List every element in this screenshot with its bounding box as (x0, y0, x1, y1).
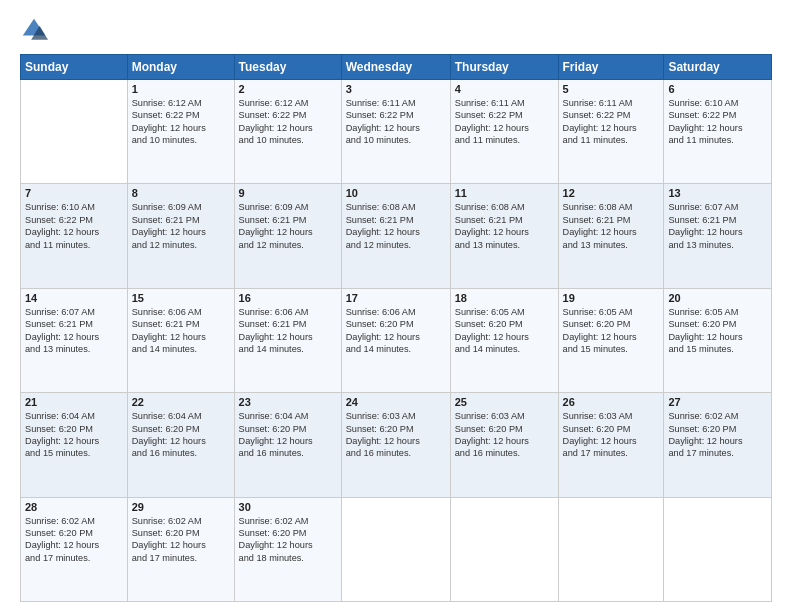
day-number: 19 (563, 292, 660, 304)
day-cell: 19Sunrise: 6:05 AM Sunset: 6:20 PM Dayli… (558, 288, 664, 392)
day-info: Sunrise: 6:08 AM Sunset: 6:21 PM Dayligh… (346, 201, 446, 251)
calendar-table: SundayMondayTuesdayWednesdayThursdayFrid… (20, 54, 772, 602)
day-cell (664, 497, 772, 601)
day-info: Sunrise: 6:07 AM Sunset: 6:21 PM Dayligh… (668, 201, 767, 251)
day-number: 1 (132, 83, 230, 95)
weekday-header-friday: Friday (558, 55, 664, 80)
day-number: 15 (132, 292, 230, 304)
day-number: 22 (132, 396, 230, 408)
day-number: 3 (346, 83, 446, 95)
day-cell: 10Sunrise: 6:08 AM Sunset: 6:21 PM Dayli… (341, 184, 450, 288)
day-cell: 23Sunrise: 6:04 AM Sunset: 6:20 PM Dayli… (234, 393, 341, 497)
day-cell: 11Sunrise: 6:08 AM Sunset: 6:21 PM Dayli… (450, 184, 558, 288)
week-row-2: 14Sunrise: 6:07 AM Sunset: 6:21 PM Dayli… (21, 288, 772, 392)
day-number: 29 (132, 501, 230, 513)
logo-icon (20, 16, 48, 44)
day-cell: 7Sunrise: 6:10 AM Sunset: 6:22 PM Daylig… (21, 184, 128, 288)
day-cell: 22Sunrise: 6:04 AM Sunset: 6:20 PM Dayli… (127, 393, 234, 497)
weekday-header-tuesday: Tuesday (234, 55, 341, 80)
day-info: Sunrise: 6:08 AM Sunset: 6:21 PM Dayligh… (455, 201, 554, 251)
day-info: Sunrise: 6:10 AM Sunset: 6:22 PM Dayligh… (668, 97, 767, 147)
day-info: Sunrise: 6:05 AM Sunset: 6:20 PM Dayligh… (455, 306, 554, 356)
day-number: 5 (563, 83, 660, 95)
day-info: Sunrise: 6:06 AM Sunset: 6:21 PM Dayligh… (239, 306, 337, 356)
day-cell: 17Sunrise: 6:06 AM Sunset: 6:20 PM Dayli… (341, 288, 450, 392)
day-info: Sunrise: 6:04 AM Sunset: 6:20 PM Dayligh… (132, 410, 230, 460)
day-number: 9 (239, 187, 337, 199)
day-info: Sunrise: 6:03 AM Sunset: 6:20 PM Dayligh… (563, 410, 660, 460)
day-cell: 30Sunrise: 6:02 AM Sunset: 6:20 PM Dayli… (234, 497, 341, 601)
day-info: Sunrise: 6:06 AM Sunset: 6:20 PM Dayligh… (346, 306, 446, 356)
day-info: Sunrise: 6:11 AM Sunset: 6:22 PM Dayligh… (455, 97, 554, 147)
day-cell: 26Sunrise: 6:03 AM Sunset: 6:20 PM Dayli… (558, 393, 664, 497)
page: SundayMondayTuesdayWednesdayThursdayFrid… (0, 0, 792, 612)
day-cell: 15Sunrise: 6:06 AM Sunset: 6:21 PM Dayli… (127, 288, 234, 392)
calendar-header: SundayMondayTuesdayWednesdayThursdayFrid… (21, 55, 772, 80)
day-number: 20 (668, 292, 767, 304)
day-number: 13 (668, 187, 767, 199)
day-number: 27 (668, 396, 767, 408)
day-info: Sunrise: 6:05 AM Sunset: 6:20 PM Dayligh… (563, 306, 660, 356)
day-info: Sunrise: 6:10 AM Sunset: 6:22 PM Dayligh… (25, 201, 123, 251)
weekday-header-thursday: Thursday (450, 55, 558, 80)
day-cell (21, 80, 128, 184)
day-info: Sunrise: 6:06 AM Sunset: 6:21 PM Dayligh… (132, 306, 230, 356)
day-cell: 8Sunrise: 6:09 AM Sunset: 6:21 PM Daylig… (127, 184, 234, 288)
week-row-1: 7Sunrise: 6:10 AM Sunset: 6:22 PM Daylig… (21, 184, 772, 288)
calendar-body: 1Sunrise: 6:12 AM Sunset: 6:22 PM Daylig… (21, 80, 772, 602)
day-number: 14 (25, 292, 123, 304)
day-info: Sunrise: 6:04 AM Sunset: 6:20 PM Dayligh… (25, 410, 123, 460)
day-number: 30 (239, 501, 337, 513)
day-number: 24 (346, 396, 446, 408)
day-number: 4 (455, 83, 554, 95)
day-number: 2 (239, 83, 337, 95)
day-cell: 5Sunrise: 6:11 AM Sunset: 6:22 PM Daylig… (558, 80, 664, 184)
day-info: Sunrise: 6:02 AM Sunset: 6:20 PM Dayligh… (132, 515, 230, 565)
day-number: 10 (346, 187, 446, 199)
day-cell: 4Sunrise: 6:11 AM Sunset: 6:22 PM Daylig… (450, 80, 558, 184)
day-info: Sunrise: 6:12 AM Sunset: 6:22 PM Dayligh… (132, 97, 230, 147)
day-cell (341, 497, 450, 601)
day-info: Sunrise: 6:03 AM Sunset: 6:20 PM Dayligh… (346, 410, 446, 460)
day-info: Sunrise: 6:04 AM Sunset: 6:20 PM Dayligh… (239, 410, 337, 460)
day-number: 12 (563, 187, 660, 199)
weekday-header-wednesday: Wednesday (341, 55, 450, 80)
day-number: 25 (455, 396, 554, 408)
day-number: 17 (346, 292, 446, 304)
day-info: Sunrise: 6:07 AM Sunset: 6:21 PM Dayligh… (25, 306, 123, 356)
week-row-4: 28Sunrise: 6:02 AM Sunset: 6:20 PM Dayli… (21, 497, 772, 601)
day-cell: 14Sunrise: 6:07 AM Sunset: 6:21 PM Dayli… (21, 288, 128, 392)
day-number: 26 (563, 396, 660, 408)
day-cell: 28Sunrise: 6:02 AM Sunset: 6:20 PM Dayli… (21, 497, 128, 601)
day-info: Sunrise: 6:09 AM Sunset: 6:21 PM Dayligh… (132, 201, 230, 251)
week-row-0: 1Sunrise: 6:12 AM Sunset: 6:22 PM Daylig… (21, 80, 772, 184)
day-cell: 27Sunrise: 6:02 AM Sunset: 6:20 PM Dayli… (664, 393, 772, 497)
day-cell: 12Sunrise: 6:08 AM Sunset: 6:21 PM Dayli… (558, 184, 664, 288)
day-info: Sunrise: 6:12 AM Sunset: 6:22 PM Dayligh… (239, 97, 337, 147)
day-cell: 24Sunrise: 6:03 AM Sunset: 6:20 PM Dayli… (341, 393, 450, 497)
day-cell: 1Sunrise: 6:12 AM Sunset: 6:22 PM Daylig… (127, 80, 234, 184)
weekday-header-sunday: Sunday (21, 55, 128, 80)
header (20, 16, 772, 44)
weekday-header-saturday: Saturday (664, 55, 772, 80)
day-number: 7 (25, 187, 123, 199)
day-cell: 2Sunrise: 6:12 AM Sunset: 6:22 PM Daylig… (234, 80, 341, 184)
day-info: Sunrise: 6:02 AM Sunset: 6:20 PM Dayligh… (25, 515, 123, 565)
day-cell: 3Sunrise: 6:11 AM Sunset: 6:22 PM Daylig… (341, 80, 450, 184)
day-number: 8 (132, 187, 230, 199)
day-info: Sunrise: 6:08 AM Sunset: 6:21 PM Dayligh… (563, 201, 660, 251)
day-info: Sunrise: 6:11 AM Sunset: 6:22 PM Dayligh… (563, 97, 660, 147)
day-cell: 21Sunrise: 6:04 AM Sunset: 6:20 PM Dayli… (21, 393, 128, 497)
day-number: 18 (455, 292, 554, 304)
day-info: Sunrise: 6:05 AM Sunset: 6:20 PM Dayligh… (668, 306, 767, 356)
day-number: 28 (25, 501, 123, 513)
day-cell: 6Sunrise: 6:10 AM Sunset: 6:22 PM Daylig… (664, 80, 772, 184)
day-number: 23 (239, 396, 337, 408)
weekday-header-monday: Monday (127, 55, 234, 80)
day-cell: 9Sunrise: 6:09 AM Sunset: 6:21 PM Daylig… (234, 184, 341, 288)
day-number: 11 (455, 187, 554, 199)
day-info: Sunrise: 6:02 AM Sunset: 6:20 PM Dayligh… (239, 515, 337, 565)
weekday-row: SundayMondayTuesdayWednesdayThursdayFrid… (21, 55, 772, 80)
day-info: Sunrise: 6:03 AM Sunset: 6:20 PM Dayligh… (455, 410, 554, 460)
day-cell: 20Sunrise: 6:05 AM Sunset: 6:20 PM Dayli… (664, 288, 772, 392)
